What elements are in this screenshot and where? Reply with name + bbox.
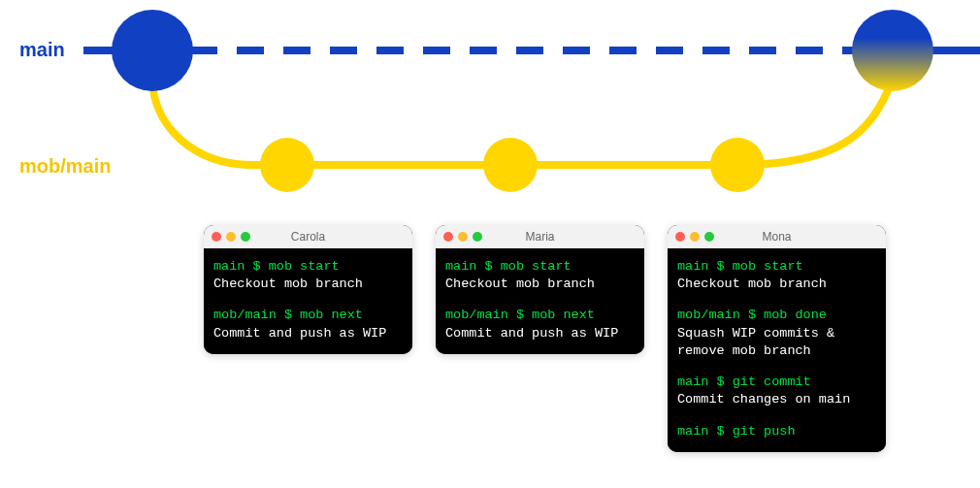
terminal-titlebar: Mona	[668, 225, 886, 248]
terminal-command: main $ mob start	[445, 258, 635, 276]
commit-main-end	[852, 10, 933, 91]
terminals-row: Carolamain $ mob startCheckout mob branc…	[204, 225, 886, 452]
terminal-title: Maria	[436, 230, 644, 244]
terminal-title: Mona	[668, 230, 886, 244]
terminal-output: Checkout mob branch	[677, 276, 876, 293]
commit-mob-3	[710, 138, 765, 192]
terminal-command: mob/main $ mob next	[445, 307, 635, 324]
terminal-body: main $ mob startCheckout mob branchmob/m…	[436, 248, 644, 354]
terminal-command: mob/main $ mob next	[213, 307, 403, 324]
terminal-mona: Monamain $ mob startCheckout mob branchm…	[668, 225, 886, 452]
terminal-command: main $ git push	[677, 423, 876, 440]
commit-main-start	[112, 10, 193, 91]
terminal-output: Checkout mob branch	[213, 276, 403, 293]
terminal-command: mob/main $ mob done	[677, 307, 876, 324]
terminal-output: Commit and push as WIP	[213, 325, 403, 342]
terminal-command: main $ mob start	[677, 258, 876, 276]
terminal-titlebar: Maria	[436, 225, 644, 248]
terminal-titlebar: Carola	[204, 225, 412, 248]
terminal-output: Checkout mob branch	[445, 276, 635, 293]
terminal-output: Commit changes on main	[677, 391, 876, 408]
terminal-carola: Carolamain $ mob startCheckout mob branc…	[204, 225, 412, 354]
commit-mob-2	[483, 138, 538, 192]
terminal-title: Carola	[204, 230, 412, 244]
diagram-stage: main mob/main Carolamain $ mob startChec…	[0, 0, 980, 488]
terminal-maria: Mariamain $ mob startCheckout mob branch…	[436, 225, 644, 354]
terminal-body: main $ mob startCheckout mob branchmob/m…	[204, 248, 412, 354]
terminal-output: Commit and push as WIP	[445, 325, 635, 342]
terminal-output: Squash WIP commits & remove mob branch	[677, 325, 876, 360]
terminal-body: main $ mob startCheckout mob branchmob/m…	[668, 248, 886, 452]
terminal-command: main $ mob start	[213, 258, 403, 276]
terminal-command: main $ git commit	[677, 374, 876, 391]
commit-mob-1	[260, 138, 314, 192]
